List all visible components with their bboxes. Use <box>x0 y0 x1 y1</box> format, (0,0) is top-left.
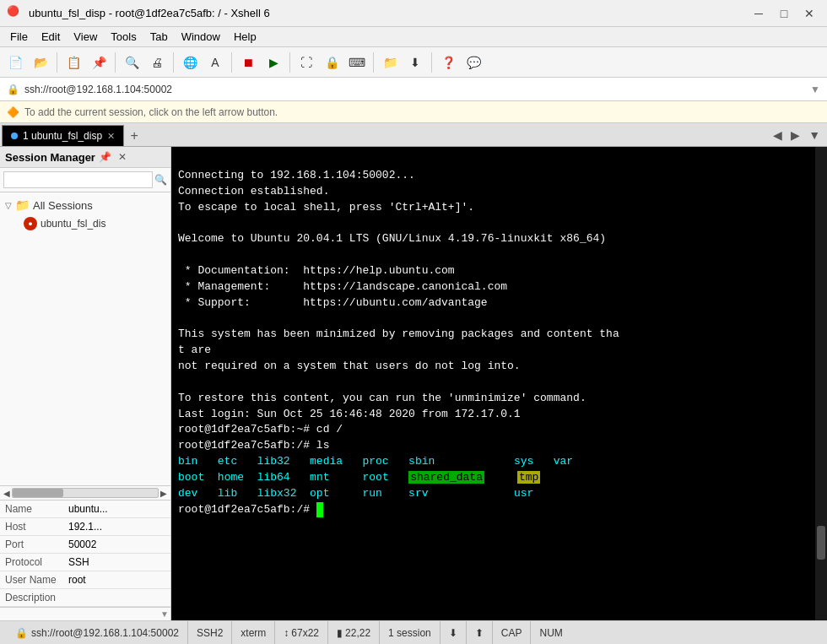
app-icon: 🔴 <box>7 5 24 22</box>
info-text: To add the current session, click on the… <box>24 106 278 118</box>
status-cursor: ▮ 22,22 <box>328 621 380 644</box>
address-dropdown[interactable]: ▼ <box>810 84 820 95</box>
session-search-input[interactable] <box>3 171 153 188</box>
tab-close-button[interactable]: ✕ <box>107 131 115 142</box>
window-title: ubuntu_fsl_disp - root@1df2ea7c5afb: / -… <box>29 7 748 19</box>
address-bar: 🔒 ssh://root@192.168.1.104:50002 ▼ <box>0 78 827 101</box>
terminal-content[interactable]: Connecting to 192.168.1.104:50002... Con… <box>171 147 827 620</box>
session-search-bar: 🔍 <box>0 168 170 192</box>
tab-menu-button[interactable]: ▼ <box>805 127 824 143</box>
folder-icon: 📁 <box>15 198 30 212</box>
info-icon: 🔶 <box>7 106 19 118</box>
term-line-cd: root@1df2ea7c5afb:~# cd / <box>178 423 343 436</box>
session-item-icon: ● <box>24 217 37 230</box>
status-protocol: SSH2 <box>188 621 232 644</box>
session-panel-title: Session Manager <box>5 151 95 164</box>
separator-5 <box>289 52 290 73</box>
props-scroll-horizontal: ◀ ▶ <box>0 486 170 501</box>
toolbar-transfer[interactable]: 📁 <box>378 51 402 74</box>
resize-icon: ↕ <box>284 627 289 639</box>
toolbar-print[interactable]: 🖨 <box>145 51 169 74</box>
term-line-ls: root@1df2ea7c5afb:/# ls <box>178 439 329 452</box>
toolbar-search[interactable]: 🔍 <box>120 51 143 74</box>
toolbar-keyboard[interactable]: ⌨ <box>345 51 369 74</box>
scroll-down-button[interactable]: ▼ <box>160 609 169 619</box>
info-bar: 🔶 To add the current session, click on t… <box>0 101 827 123</box>
session-pin-button[interactable]: 📌 <box>99 150 112 164</box>
toolbar: 📄 📂 📋 📌 🔍 🖨 🌐 A ⏹ ▶ ⛶ 🔒 ⌨ 📁 ⬇ ❓ 💬 <box>0 47 827 78</box>
title-bar: 🔴 ubuntu_fsl_disp - root@1df2ea7c5afb: /… <box>0 0 827 27</box>
scroll-track[interactable] <box>12 488 159 498</box>
prop-port-value: 50002 <box>63 536 170 554</box>
separator-3 <box>173 52 174 73</box>
separator-7 <box>431 52 432 73</box>
prop-protocol-key: Protocol <box>0 554 63 571</box>
scroll-thumb <box>13 489 63 497</box>
status-upload-icon: ⬆ <box>467 621 493 644</box>
tab-1[interactable]: 1 ubuntu_fsl_disp ✕ <box>2 125 124 146</box>
toolbar-download[interactable]: ⬇ <box>403 51 427 74</box>
right-panel: Connecting to 192.168.1.104:50002... Con… <box>171 147 827 620</box>
toolbar-lock[interactable]: 🔒 <box>320 51 343 74</box>
session-item-ubuntu[interactable]: ● ubuntu_fsl_dis <box>0 214 170 233</box>
tab-navigation: ◀ ▶ ▼ <box>770 123 827 146</box>
toolbar-globe[interactable]: 🌐 <box>178 51 202 74</box>
toolbar-fullscreen[interactable]: ⛶ <box>295 51 318 74</box>
term-line-prompt: root@1df2ea7c5afb:/# <box>178 503 323 516</box>
properties-panel: ◀ ▶ Name ubuntu... Host 192.1... <box>0 485 170 620</box>
menu-help[interactable]: Help <box>227 29 263 45</box>
session-item-label: ubuntu_fsl_dis <box>41 218 105 230</box>
session-close-button[interactable]: ✕ <box>116 150 129 164</box>
tab-add-button[interactable]: + <box>124 125 144 146</box>
toolbar-chat[interactable]: 💬 <box>462 51 485 74</box>
term-line-doc: * Documentation: https://help.ubuntu.com <box>178 264 455 277</box>
all-sessions-folder[interactable]: ▽ 📁 All Sessions <box>0 196 170 214</box>
separator-4 <box>231 52 232 73</box>
close-button[interactable]: ✕ <box>798 5 820 22</box>
menu-bar: File Edit View Tools Tab Window Help <box>0 27 827 47</box>
folder-toggle-icon: ▽ <box>5 201 12 210</box>
terminal-scrollbar[interactable] <box>815 147 827 620</box>
toolbar-help[interactable]: ❓ <box>436 51 460 74</box>
term-line-mgmt: * Management: https://landscape.canonica… <box>178 280 507 293</box>
search-icon[interactable]: 🔍 <box>154 174 167 186</box>
scroll-right-button[interactable]: ▶ <box>160 489 167 498</box>
toolbar-paste[interactable]: 📌 <box>87 51 111 74</box>
menu-edit[interactable]: Edit <box>35 29 67 45</box>
prop-host-value: 192.1... <box>63 518 170 536</box>
prop-host: Host 192.1... <box>0 518 170 536</box>
term-ls-output: bin etc lib32 media proc sbin sys var bo… <box>178 455 573 500</box>
prop-name-value: ubuntu... <box>63 501 170 518</box>
toolbar-connect[interactable]: ▶ <box>262 51 285 74</box>
prop-name: Name ubuntu... <box>0 501 170 518</box>
status-download-icon: ⬇ <box>441 621 467 644</box>
properties-table: Name ubuntu... Host 192.1... Port 50002 … <box>0 501 170 607</box>
scroll-left-button[interactable]: ◀ <box>3 489 10 498</box>
toolbar-new[interactable]: 📄 <box>3 51 27 74</box>
prop-username: User Name root <box>0 571 170 589</box>
terminal-area[interactable]: Connecting to 192.168.1.104:50002... Con… <box>171 147 827 620</box>
status-size: ↕ 67x22 <box>275 621 328 644</box>
term-line-support: * Support: https://ubuntu.com/advantage <box>178 296 488 309</box>
prop-host-key: Host <box>0 518 63 536</box>
prop-description-key: Description <box>0 589 63 607</box>
toolbar-copy[interactable]: 📋 <box>62 51 85 74</box>
tab-prev-button[interactable]: ◀ <box>770 127 786 143</box>
status-lock-icon: 🔒 <box>15 627 28 639</box>
prop-description-value <box>63 589 170 607</box>
minimize-button[interactable]: ─ <box>748 5 770 22</box>
term-line-3: To escape to local shell, press 'Ctrl+Al… <box>178 201 474 214</box>
menu-tab[interactable]: Tab <box>143 29 175 45</box>
terminal-cursor <box>316 502 323 518</box>
menu-file[interactable]: File <box>3 29 35 45</box>
status-encoding: xterm <box>232 621 275 644</box>
toolbar-stop[interactable]: ⏹ <box>236 51 260 74</box>
toolbar-open[interactable]: 📂 <box>29 51 52 74</box>
session-panel: Session Manager 📌 ✕ 🔍 ▽ 📁 All Sessions ●… <box>0 147 171 620</box>
menu-view[interactable]: View <box>67 29 104 45</box>
maximize-button[interactable]: □ <box>773 5 795 22</box>
tab-next-button[interactable]: ▶ <box>787 127 803 143</box>
menu-window[interactable]: Window <box>175 29 227 45</box>
toolbar-font[interactable]: A <box>203 51 227 74</box>
menu-tools[interactable]: Tools <box>104 29 143 45</box>
